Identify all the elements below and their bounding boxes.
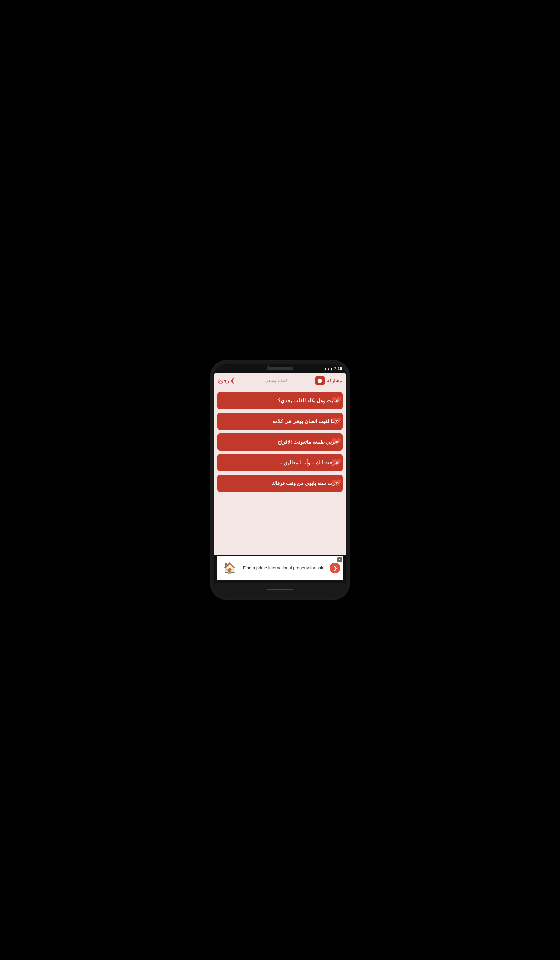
phone-frame: ▾ ▴ ▮ 7:16 ❯ رجوع قصائد وشعر... مشاركة ⬤: [210, 360, 350, 600]
heart-eyes-4: 👀: [335, 461, 339, 464]
poem-text-3: حزني طبيعه ماتعودت الافراح: [217, 439, 340, 445]
heart-eyes-5: 👀: [335, 482, 339, 485]
poem-text-4: فرحت لـك .. وأنـــا معاليق...: [217, 460, 340, 466]
poem-item-5[interactable]: مرت سنه يابوي من وقت فرقاك ❤ 👀: [217, 475, 343, 492]
signal-icon: ▴: [328, 367, 329, 371]
poem-item-2[interactable]: وما لقيت انسان يوفي في كلامه ❤ 👀: [217, 413, 343, 430]
phone-screen: ▾ ▴ ▮ 7:16 ❯ رجوع قصائد وشعر... مشاركة ⬤: [214, 364, 346, 596]
house-icon: 🏠: [223, 562, 236, 574]
ad-image: 🏠: [220, 559, 240, 577]
status-time: 7:16: [334, 366, 342, 371]
poem-text-2: وما لقيت انسان يوفي في كلامه: [217, 418, 340, 424]
phone-bottom-nav: [214, 583, 346, 596]
status-bar: ▾ ▴ ▮ 7:16: [214, 364, 346, 373]
poem-heart-1: ❤ 👀: [329, 393, 345, 409]
ad-arrow-icon: ❯: [333, 565, 338, 571]
heart-eyes-1: 👀: [335, 399, 339, 402]
wifi-icon: ▾: [325, 367, 326, 371]
app-header: ❯ رجوع قصائد وشعر... مشاركة ⬤: [214, 373, 346, 388]
heart-eyes-3: 👀: [335, 440, 339, 444]
ad-close-button[interactable]: ✕: [338, 557, 342, 562]
share-button[interactable]: ⬤: [315, 376, 325, 386]
share-section: مشاركة ⬤: [315, 376, 342, 386]
heart-eyes-2: 👀: [335, 420, 339, 423]
poem-item-1[interactable]: بكيت وهل بكاء القلب يجدي؟ ❤ 👀: [217, 392, 343, 409]
ad-banner: ✕ 🏠 Find a prime international property …: [217, 556, 343, 580]
poem-heart-3: ❤ 👀: [329, 434, 345, 450]
content-area: بكيت وهل بكاء القلب يجدي؟ ❤ 👀 وما لقيت ا…: [214, 388, 346, 555]
ad-cta-button[interactable]: ❯: [330, 563, 340, 573]
share-label: مشاركة: [327, 378, 342, 383]
header-title: قصائد وشعر...: [262, 378, 288, 383]
back-chevron-icon: ❯: [230, 378, 235, 384]
back-label: رجوع: [218, 378, 229, 384]
status-icons: ▾ ▴ ▮: [325, 367, 333, 371]
poem-item-4[interactable]: فرحت لـك .. وأنـــا معاليق... ❤ 👀: [217, 454, 343, 471]
poem-heart-5: ❤ 👀: [329, 475, 345, 491]
share-icon: ⬤: [317, 378, 322, 383]
poem-text-1: بكيت وهل بكاء القلب يجدي؟: [217, 398, 340, 404]
battery-icon: ▮: [331, 367, 333, 371]
nav-indicator: [267, 589, 293, 590]
back-button[interactable]: ❯ رجوع: [218, 378, 235, 384]
poem-heart-4: ❤ 👀: [329, 455, 345, 471]
poem-text-5: مرت سنه يابوي من وقت فرقاك: [217, 480, 340, 486]
poem-heart-2: ❤ 👀: [329, 413, 345, 429]
poem-item-3[interactable]: حزني طبيعه ماتعودت الافراح ❤ 👀: [217, 434, 343, 451]
ad-text: Find a prime international property for …: [243, 565, 326, 571]
